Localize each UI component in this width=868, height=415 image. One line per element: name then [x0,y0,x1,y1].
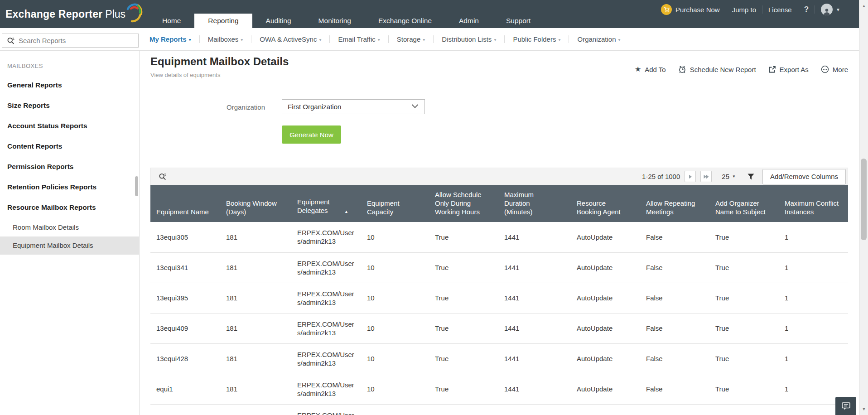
app-logo[interactable]: Exchange Reporter Plus [5,0,143,28]
more-button[interactable]: More [821,65,848,73]
column-header-label: Maximum Conflict Instances [785,199,842,216]
column-header-maximum-conflict-instances[interactable]: Maximum Conflict Instances [779,185,848,222]
schedule-new-report-button[interactable]: Schedule New Report [678,65,756,73]
schedule-new-report-label: Schedule New Report [690,66,756,73]
table-toolbar: 1-25 of 1000 25 ▼ Add/Remove Columns [150,168,848,185]
scroll-up-icon[interactable]: ▲ [859,4,868,8]
column-header-booking-window-days[interactable]: Booking Window (Days) [220,185,291,222]
export-as-button[interactable]: Export As [768,66,809,73]
sidebar-item-account-status-reports[interactable]: Account Status Reports [0,116,139,136]
chevron-down-icon: ▾ [558,36,560,42]
last-page-button[interactable] [700,171,712,182]
cell: 10 [361,222,429,252]
organization-select[interactable]: First Organization [282,99,425,114]
top-tab-home[interactable]: Home [149,14,194,28]
organization-select-value: First Organization [288,103,413,111]
add-remove-columns-button[interactable]: Add/Remove Columns [762,169,846,184]
subnav-item-public-folders[interactable]: Public Folders▾ [505,35,569,43]
column-header-add-organizer-name-to-subject[interactable]: Add Organizer Name to Subject [709,185,779,222]
cell: 1441 [498,374,571,404]
page-scrollbar[interactable]: ▲ ▼ [859,0,868,415]
cell-value: True [715,264,729,271]
sidebar-item-resource-mailbox-reports[interactable]: Resource Mailbox Reports [0,197,139,217]
cell: 1 [779,343,848,374]
page-size-select[interactable]: 25 ▼ [722,173,736,180]
subnav-item-mailboxes[interactable]: Mailboxes▾ [200,35,251,43]
cell-value: 10 [367,294,375,302]
cell: False [640,252,709,283]
cell-value: ERPEX.COM/Users/admin2k13 [297,381,356,398]
topbar-utilities: Purchase Now Jump to License ? ▼ [655,0,846,19]
subnav-item-my-reports[interactable]: My Reports▾ [141,35,199,43]
chevron-down-icon: ▾ [423,36,425,42]
page-size-value: 25 [722,173,729,180]
cell [429,404,498,415]
help-button[interactable]: ? [798,5,815,14]
sidebar-subitem-equipment-mailbox-details[interactable]: Equipment Mailbox Details [0,236,139,255]
report-search-box[interactable] [2,34,139,48]
cell: 13equi395 [150,283,220,313]
sidebar-item-retention-policies-reports[interactable]: Retention Policies Reports [0,177,139,197]
sidebar-item-general-reports[interactable]: General Reports [0,75,139,95]
generate-now-button[interactable]: Generate Now [282,125,341,144]
cell-value: 1 [785,294,788,302]
scroll-down-icon[interactable]: ▼ [859,407,868,411]
filter-icon[interactable] [747,174,754,180]
cell-value: False [646,294,663,302]
column-header-equipment-capacity[interactable]: Equipment Capacity [361,185,429,222]
column-header-equipment-delegates[interactable]: Equipment Delegates▲ [291,185,361,222]
subnav-item-label: Storage [397,35,421,43]
user-menu[interactable]: ▼ [815,4,846,15]
column-header-resource-booking-agent[interactable]: Resource Booking Agent [571,185,640,222]
cell-value: AutoUpdate [577,324,612,332]
column-header-allow-schedule-only-during-working-hours[interactable]: Allow Schedule Only During Working Hours [429,185,498,222]
feedback-button[interactable] [835,397,856,415]
sidebar-subitem-room-mailbox-details[interactable]: Room Mailbox Details [0,218,139,236]
sidebar-item-content-reports[interactable]: Content Reports [0,136,139,156]
license-link[interactable]: License [762,6,798,14]
subnav-item-email-traffic[interactable]: Email Traffic▾ [330,35,388,43]
cell [498,404,571,415]
cell: True [709,222,779,252]
sidebar-scrollbar-thumb[interactable] [135,176,138,196]
top-tab-auditing[interactable]: Auditing [252,14,305,28]
cell: ERPEX.COM/Users/admin2k13 [291,343,361,374]
cell [150,404,220,415]
cell: ERPEX.COM/Users/admin2k13 [291,283,361,313]
top-tab-admin[interactable]: Admin [445,14,492,28]
divider [150,89,848,89]
column-header-allow-repeating-meetings[interactable]: Allow Repeating Meetings [640,185,709,222]
cell-value: True [715,233,729,241]
cell: True [429,343,498,374]
scrollbar-thumb[interactable] [861,159,867,240]
cell: ERPEX.COM/Users/admin2k13 [291,313,361,343]
top-tab-support[interactable]: Support [492,14,544,28]
column-header-maximum-duration-minutes[interactable]: Maximum Duration (Minutes) [498,185,571,222]
subnav-item-organization[interactable]: Organization▾ [569,35,628,43]
column-header-equipment-name[interactable]: Equipment Name [150,185,220,222]
cell: False [640,343,709,374]
cell-value: 1 [785,355,788,362]
cell-value: ERPEX.COM/Users/admin2k13 [297,228,356,246]
cell-value: ERPEX.COM/Users/admin2k13 [297,290,356,307]
purchase-now-label: Purchase Now [675,6,720,14]
next-page-button[interactable] [685,171,696,182]
chevron-down-icon: ▾ [241,36,243,42]
cell: 1441 [498,222,571,252]
search-reports-input[interactable] [19,37,138,44]
sidebar-item-size-reports[interactable]: Size Reports [0,95,139,116]
purchase-now-link[interactable]: Purchase Now [655,4,726,15]
top-tab-monitoring[interactable]: Monitoring [305,14,365,28]
sidebar: MAILBOXES General ReportsSize ReportsAcc… [0,51,140,415]
subnav-item-storage[interactable]: Storage▾ [389,35,434,43]
cell: 10 [361,343,429,374]
cell-value: True [715,385,729,393]
sidebar-item-permission-reports[interactable]: Permission Reports [0,156,139,177]
subnav-item-distribution-lists[interactable]: Distribution Lists▾ [434,35,504,43]
table-search-icon[interactable] [159,173,167,181]
top-tab-reporting[interactable]: Reporting [194,14,252,28]
add-to-button[interactable]: ★ Add To [635,66,666,73]
jump-to-link[interactable]: Jump to [726,6,762,14]
top-tab-exchange-online[interactable]: Exchange Online [365,14,445,28]
subnav-item-owa-activesync[interactable]: OWA & ActiveSync▾ [251,35,329,43]
